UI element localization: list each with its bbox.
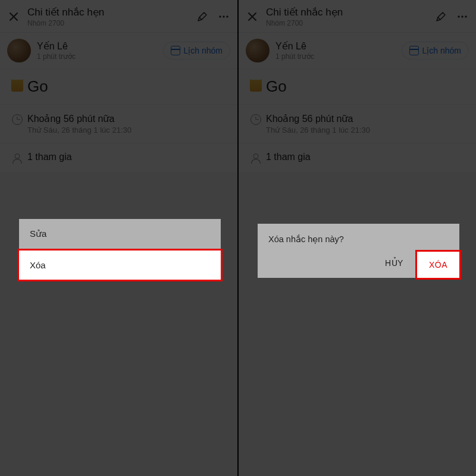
author-time: 1 phút trước: [37, 52, 163, 61]
screenshot-left: Chi tiết nhắc hẹn Nhóm 2700 Yến Lê 1 phú…: [0, 0, 237, 476]
author-row: Yến Lê 1 phút trước Lịch nhóm: [0, 33, 237, 69]
event-time-row: Khoảng 56 phút nữa Thứ Sáu, 26 tháng 1 l…: [0, 105, 237, 143]
edit-icon[interactable]: [196, 10, 209, 23]
action-sheet: Sửa Xóa: [19, 219, 221, 280]
screenshot-right: Chi tiết nhắc hẹn Nhóm 2700 Yến Lê 1 phú…: [239, 0, 476, 476]
svg-point-3: [458, 15, 459, 17]
person-icon: [12, 153, 23, 164]
page-title: Chi tiết nhắc hẹn: [27, 6, 196, 18]
title-block: Chi tiết nhắc hẹn Nhóm 2700: [27, 6, 196, 27]
svg-point-0: [219, 15, 221, 17]
more-icon[interactable]: [456, 10, 469, 23]
beer-icon: [250, 79, 262, 92]
beer-icon: [11, 79, 23, 92]
edit-icon[interactable]: [434, 10, 447, 23]
avatar: [246, 39, 270, 62]
clock-icon: [250, 114, 261, 125]
event-time-row: Khoảng 56 phút nữa Thứ Sáu, 26 tháng 1 l…: [239, 105, 476, 143]
header-actions: [196, 10, 230, 23]
confirm-delete-button[interactable]: XÓA: [415, 250, 461, 280]
event-title: Go: [266, 77, 469, 96]
time-relative: Khoảng 56 phút nữa: [27, 113, 230, 124]
confirm-dialog: Xóa nhắc hẹn này? HỦY XÓA: [258, 224, 459, 278]
author-name: Yến Lê: [275, 40, 402, 52]
page-subtitle: Nhóm 2700: [27, 19, 196, 27]
calendar-icon: [409, 46, 419, 55]
svg-point-1: [223, 15, 224, 17]
event-title-row: Go: [239, 69, 476, 105]
participants-row: 1 tham gia: [239, 143, 476, 172]
author-row: Yến Lê 1 phút trước Lịch nhóm: [239, 33, 476, 69]
title-block: Chi tiết nhắc hẹn Nhóm 2700: [266, 6, 434, 27]
page-title: Chi tiết nhắc hẹn: [266, 6, 434, 18]
detail-list: Go Khoảng 56 phút nữa Thứ Sáu, 26 tháng …: [239, 69, 476, 172]
time-relative: Khoảng 56 phút nữa: [266, 113, 469, 124]
dialog-actions: HỦY XÓA: [258, 250, 459, 278]
author-time: 1 phút trước: [275, 52, 402, 61]
close-icon[interactable]: [7, 10, 20, 23]
time-absolute: Thứ Sáu, 26 tháng 1 lúc 21:30: [27, 126, 230, 134]
close-icon[interactable]: [246, 10, 259, 23]
svg-point-4: [461, 15, 463, 17]
header: Chi tiết nhắc hẹn Nhóm 2700: [239, 0, 476, 33]
cancel-button[interactable]: HỦY: [373, 250, 415, 278]
participants-row: 1 tham gia: [0, 143, 237, 172]
sheet-edit[interactable]: Sửa: [19, 219, 221, 249]
time-absolute: Thứ Sáu, 26 tháng 1 lúc 21:30: [266, 126, 469, 134]
more-icon[interactable]: [217, 10, 230, 23]
event-title-row: Go: [0, 69, 237, 105]
participants-label: 1 tham gia: [27, 152, 230, 162]
svg-point-2: [226, 15, 228, 17]
event-title: Go: [27, 77, 230, 96]
dialog-message: Xóa nhắc hẹn này?: [258, 224, 459, 250]
svg-point-5: [465, 15, 466, 17]
chip-label: Lịch nhóm: [422, 46, 461, 55]
header: Chi tiết nhắc hẹn Nhóm 2700: [0, 0, 237, 33]
group-calendar-chip[interactable]: Lịch nhóm: [163, 42, 230, 60]
avatar: [7, 39, 31, 62]
author-name: Yến Lê: [37, 40, 163, 52]
participants-label: 1 tham gia: [266, 152, 469, 162]
calendar-icon: [171, 46, 180, 55]
chip-label: Lịch nhóm: [184, 46, 223, 55]
sheet-delete[interactable]: Xóa: [17, 249, 223, 281]
person-icon: [250, 153, 261, 164]
page-subtitle: Nhóm 2700: [266, 19, 434, 27]
clock-icon: [12, 114, 23, 125]
detail-list: Go Khoảng 56 phút nữa Thứ Sáu, 26 tháng …: [0, 69, 237, 172]
group-calendar-chip[interactable]: Lịch nhóm: [402, 42, 469, 60]
header-actions: [434, 10, 469, 23]
